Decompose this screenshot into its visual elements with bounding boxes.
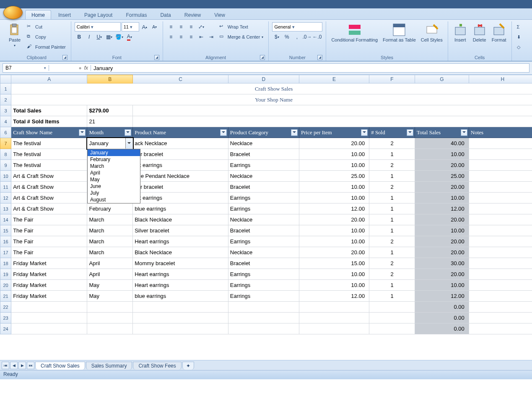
cell-price[interactable]: 10.00: [299, 280, 369, 291]
cell-notes[interactable]: [469, 203, 532, 214]
font-color-button[interactable]: A▾: [125, 32, 134, 42]
sheet-tab-sales-summary[interactable]: Sales Summary: [86, 362, 132, 370]
row-header-13[interactable]: 13: [0, 203, 11, 214]
number-format-combo[interactable]: General▾: [272, 22, 322, 31]
cell-product[interactable]: Black Necklace: [133, 247, 228, 258]
cell-show[interactable]: Art & Craft Show: [11, 182, 87, 193]
cell-total[interactable]: 10.00: [415, 193, 469, 203]
cell-total[interactable]: 10.00: [415, 225, 469, 236]
cell-show[interactable]: Friday Market: [11, 280, 87, 291]
align-center-button[interactable]: ≡: [176, 32, 186, 42]
cell-notes[interactable]: [469, 247, 532, 258]
cell-price[interactable]: 20.00: [299, 138, 369, 149]
cell-sold[interactable]: [369, 302, 415, 313]
cell-month[interactable]: March: [87, 225, 133, 236]
tab-nav-last[interactable]: ⏭: [27, 362, 34, 369]
row-header-7[interactable]: 7: [0, 138, 11, 149]
dropdown-option[interactable]: January: [88, 149, 140, 156]
cell-sold[interactable]: 2: [369, 236, 415, 247]
ribbon-tab-review[interactable]: Review: [178, 10, 207, 19]
cell-show[interactable]: [11, 313, 87, 323]
cell-total[interactable]: 20.00: [415, 160, 469, 171]
cell-month[interactable]: [87, 313, 133, 323]
dropdown-option[interactable]: August: [88, 196, 140, 203]
cell-price[interactable]: 12.00: [299, 291, 369, 302]
row-header-23[interactable]: 23: [0, 313, 11, 323]
cell-show[interactable]: [11, 302, 87, 313]
cell-total[interactable]: 10.00: [415, 280, 469, 291]
bold-button[interactable]: B: [75, 32, 84, 42]
cell-price[interactable]: 20.00: [299, 247, 369, 258]
cell-category[interactable]: Bracelet: [228, 182, 299, 193]
cell-sold[interactable]: [369, 313, 415, 323]
cell-sold[interactable]: 1: [369, 247, 415, 258]
cell-sold[interactable]: 2: [369, 258, 415, 269]
cell-category[interactable]: [228, 313, 299, 323]
copy-button[interactable]: ⧉Copy: [25, 32, 67, 42]
row-header-22[interactable]: 22: [0, 302, 11, 313]
percent-button[interactable]: %: [282, 32, 291, 42]
merge-center-button[interactable]: ▭Merge & Center ▾: [218, 32, 265, 42]
table-header--sold[interactable]: # Sold: [369, 127, 415, 138]
col-header-C[interactable]: C: [133, 75, 228, 83]
table-header-product-category[interactable]: Product Category: [228, 127, 299, 138]
cell-total[interactable]: 12.00: [415, 203, 469, 214]
cell-price[interactable]: 10.00: [299, 225, 369, 236]
row-header-19[interactable]: 19: [0, 269, 11, 280]
decrease-indent-button[interactable]: ⇤: [197, 32, 206, 42]
dropdown-option[interactable]: April: [88, 170, 140, 176]
border-button[interactable]: ▦▾: [105, 32, 114, 42]
format-cells-button[interactable]: Format: [490, 22, 508, 43]
cell-product[interactable]: art earrings: [133, 193, 228, 203]
increase-indent-button[interactable]: ⇥: [207, 32, 216, 42]
cell-sold[interactable]: 1: [369, 203, 415, 214]
row-header-3[interactable]: 3: [0, 105, 11, 116]
row-header-10[interactable]: 10: [0, 171, 11, 182]
cell-month[interactable]: March: [87, 236, 133, 247]
align-middle-button[interactable]: ≡: [176, 22, 186, 31]
dropdown-option[interactable]: July: [88, 190, 140, 196]
row-header-1[interactable]: 1: [0, 83, 11, 94]
row-header-15[interactable]: 15: [0, 225, 11, 236]
row-header-4[interactable]: 4: [0, 116, 11, 127]
cell-product[interactable]: [133, 302, 228, 313]
cut-button[interactable]: ✂Cut: [25, 22, 67, 31]
cell-price[interactable]: 10.00: [299, 149, 369, 160]
cell-total[interactable]: 10.00: [415, 149, 469, 160]
new-sheet-button[interactable]: ✦: [182, 362, 194, 370]
cell-show[interactable]: Friday Market: [11, 269, 87, 280]
orientation-button[interactable]: ⤢▾: [197, 22, 206, 31]
cell-month[interactable]: March: [87, 247, 133, 258]
format-painter-button[interactable]: 🖌Format Painter: [25, 42, 67, 52]
font-name-combo[interactable]: Calibri▾: [75, 22, 121, 31]
cell-notes[interactable]: [469, 182, 532, 193]
cell-category[interactable]: Necklace: [228, 214, 299, 225]
filter-button[interactable]: [125, 129, 131, 136]
cell-category[interactable]: Earrings: [228, 193, 299, 203]
cell-total[interactable]: 30.00: [415, 258, 469, 269]
cell-product[interactable]: ver bracelet: [133, 149, 228, 160]
cell-month-active[interactable]: January: [87, 138, 133, 149]
cell-show[interactable]: The festival: [11, 138, 87, 149]
cell-total[interactable]: 40.00: [415, 138, 469, 149]
cell-notes[interactable]: [469, 291, 532, 302]
cell-total[interactable]: 20.00: [415, 269, 469, 280]
alignment-dialog-launcher[interactable]: ◢: [260, 55, 265, 60]
ribbon-tab-view[interactable]: View: [208, 10, 231, 19]
cell-price[interactable]: 10.00: [299, 160, 369, 171]
cell-category[interactable]: Bracelet: [228, 258, 299, 269]
cell-month[interactable]: February: [87, 203, 133, 214]
cell-category[interactable]: Necklace: [228, 247, 299, 258]
col-header-D[interactable]: D: [228, 75, 299, 83]
cell-price[interactable]: [299, 313, 369, 323]
dropdown-option[interactable]: June: [88, 183, 140, 190]
cell-notes[interactable]: [469, 323, 532, 334]
ribbon-tab-page-layout[interactable]: Page Layout: [78, 10, 119, 19]
col-header-F[interactable]: F: [369, 75, 415, 83]
decrease-decimal-button[interactable]: ←.0: [312, 32, 322, 42]
office-button[interactable]: [3, 6, 23, 19]
tab-nav-prev[interactable]: ◀: [10, 362, 18, 369]
cell-total[interactable]: 25.00: [415, 171, 469, 182]
dropdown-option[interactable]: May: [88, 176, 140, 183]
row-header-17[interactable]: 17: [0, 247, 11, 258]
